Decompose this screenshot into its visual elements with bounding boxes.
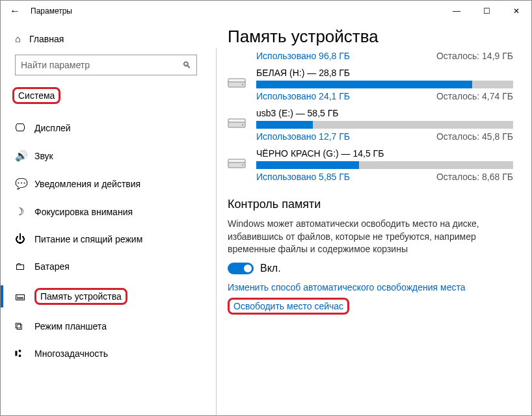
battery-icon: 🗀 [15, 261, 34, 272]
nav-item-storage[interactable]: 🖴Память устройства [1, 280, 215, 313]
nav-item-power[interactable]: ⏻Питание и спящий режим [1, 226, 215, 253]
svg-rect-7 [228, 159, 245, 162]
drive-row[interactable]: usb3 (E:) — 58,5 ГБ Использовано 12,7 ГБ… [228, 108, 513, 142]
svg-point-5 [242, 124, 243, 125]
usage-bar [256, 81, 513, 88]
page-title: Память устройства [228, 27, 513, 47]
nav-label: Уведомления и действия [34, 179, 140, 189]
home-icon: ⌂ [15, 33, 29, 44]
maximize-button[interactable]: ☐ [472, 1, 501, 21]
notification-icon: 💬 [15, 177, 34, 190]
usage-bar [256, 161, 513, 169]
nav-label: Батарея [34, 261, 70, 272]
top-used-label[interactable]: Использовано 96,8 ГБ [256, 51, 350, 61]
svg-point-8 [242, 164, 243, 166]
free-up-now-link[interactable]: Освободить место сейчас [228, 298, 513, 315]
free-label: Осталось: 45,8 ГБ [436, 131, 513, 142]
sidebar: ⌂ Главная Найти параметр 🔍︎ Система 🖵Дис… [1, 21, 215, 415]
window-title: Параметры [31, 6, 72, 16]
nav-label: Звук [34, 151, 53, 161]
home-nav[interactable]: ⌂ Главная [1, 28, 215, 49]
nav-label: Дисплей [34, 123, 71, 133]
nav-item-focus[interactable]: ☽Фокусировка внимания [1, 198, 215, 226]
nav-item-battery[interactable]: 🗀Батарея [1, 253, 215, 280]
hdd-icon [228, 108, 256, 142]
search-placeholder: Найти параметр [21, 60, 90, 70]
used-label[interactable]: Использовано 5,85 ГБ [256, 172, 350, 182]
nav-label: Питание и спящий режим [34, 234, 142, 244]
title-bar: ← Параметры — ☐ ✕ [1, 1, 531, 21]
nav-item-sound[interactable]: 🔊Звук [1, 142, 215, 170]
free-label: Осталось: 4,74 ГБ [436, 91, 513, 101]
hdd-icon [228, 68, 256, 101]
sound-icon: 🔊 [15, 150, 34, 162]
used-label[interactable]: Использовано 12,7 ГБ [256, 131, 350, 142]
storage-sense-description: Windows может автоматически освободить м… [228, 218, 501, 256]
usage-bar [256, 121, 513, 129]
drive-row[interactable]: ЧЁРНО КРАСН (G:) — 14,5 ГБ Использовано … [228, 148, 513, 182]
drive-name: ЧЁРНО КРАСН (G:) — 14,5 ГБ [256, 148, 513, 159]
nav-item-display[interactable]: 🖵Дисплей [1, 114, 215, 142]
storage-sense-toggle[interactable] [228, 263, 254, 274]
used-label[interactable]: Использовано 24,1 ГБ [256, 91, 350, 101]
multitask-icon: ⑆ [15, 348, 34, 359]
nav-list: 🖵Дисплей 🔊Звук 💬Уведомления и действия ☽… [1, 110, 215, 367]
tablet-icon: ⧉ [15, 320, 34, 332]
drive-name: БЕЛАЯ (H:) — 28,8 ГБ [256, 68, 513, 78]
search-icon: 🔍︎ [182, 60, 191, 70]
moon-icon: ☽ [15, 205, 34, 218]
nav-label: Фокусировка внимания [34, 207, 133, 217]
nav-label: Режим планшета [34, 321, 107, 332]
change-auto-link[interactable]: Изменить способ автоматического освобожд… [228, 282, 513, 292]
close-button[interactable]: ✕ [501, 1, 531, 21]
svg-rect-4 [228, 119, 245, 122]
hdd-icon [228, 148, 256, 182]
main-content: Память устройства Использовано 96,8 ГБ О… [215, 21, 531, 415]
top-free-label: Осталось: 14,9 ГБ [436, 51, 513, 61]
svg-point-2 [242, 84, 243, 85]
toggle-label: Вкл. [260, 263, 281, 274]
section-heading-system: Система [12, 87, 60, 104]
search-input[interactable]: Найти параметр 🔍︎ [15, 55, 197, 75]
drive-name: usb3 (E:) — 58,5 ГБ [256, 108, 513, 118]
free-label: Осталось: 8,68 ГБ [436, 172, 513, 182]
display-icon: 🖵 [15, 122, 34, 134]
power-icon: ⏻ [15, 233, 34, 245]
nav-label: Память устройства [34, 288, 127, 305]
nav-item-notifications[interactable]: 💬Уведомления и действия [1, 170, 215, 198]
back-icon[interactable]: ← [6, 5, 24, 17]
minimize-button[interactable]: — [442, 1, 472, 21]
storage-sense-heading: Контроль памяти [228, 198, 513, 211]
nav-label: Многозадачность [34, 348, 108, 359]
storage-icon: 🖴 [15, 291, 34, 302]
home-label: Главная [29, 34, 64, 44]
svg-rect-1 [228, 79, 245, 82]
nav-item-tablet[interactable]: ⧉Режим планшета [1, 313, 215, 340]
nav-item-multitask[interactable]: ⑆Многозадачность [1, 340, 215, 367]
drive-row[interactable]: БЕЛАЯ (H:) — 28,8 ГБ Использовано 24,1 Г… [228, 68, 513, 101]
